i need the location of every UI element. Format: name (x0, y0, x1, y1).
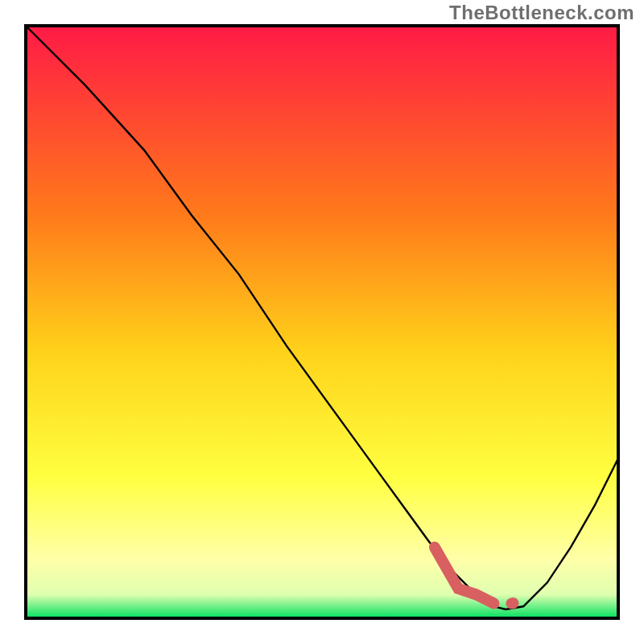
watermark-label: TheBottleneck.com (449, 2, 634, 24)
plot-area (26, 26, 618, 618)
bottleneck-chart (0, 0, 644, 644)
chart-container: TheBottleneck.com (0, 0, 644, 644)
